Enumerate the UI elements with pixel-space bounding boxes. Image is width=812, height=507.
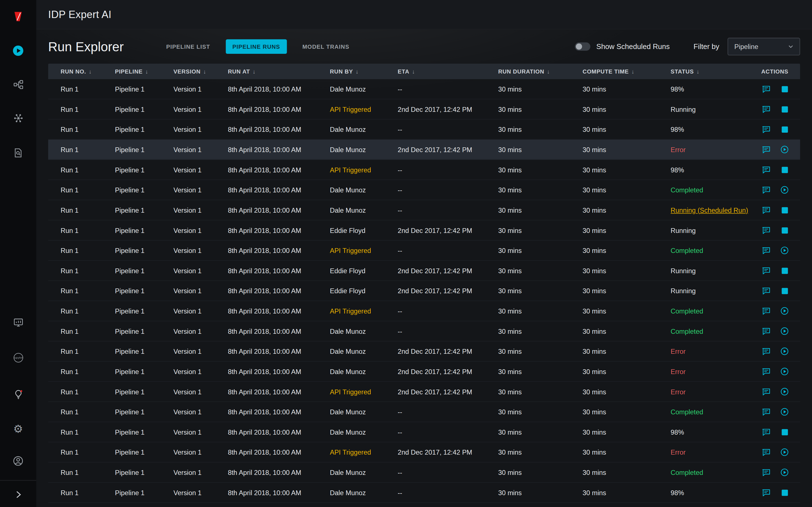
stop-icon[interactable]: [780, 125, 789, 134]
comment-icon[interactable]: [761, 286, 770, 295]
sidebar-item-settings[interactable]: ⚙: [8, 418, 29, 439]
stop-icon[interactable]: [780, 205, 789, 215]
table-row[interactable]: Run 1Pipeline 1Version 18th April 2018, …: [48, 382, 800, 402]
comment-icon[interactable]: [761, 205, 770, 215]
comment-icon[interactable]: [761, 84, 770, 94]
comment-icon[interactable]: [761, 245, 770, 255]
cell-status: Running: [671, 287, 761, 295]
comment-icon[interactable]: [761, 448, 770, 457]
column-header-run-by[interactable]: RUN BY↓: [330, 68, 398, 74]
rerun-icon[interactable]: [780, 467, 789, 477]
table-row[interactable]: Run 1Pipeline 1Version 18th April 2018, …: [48, 100, 800, 120]
table-row[interactable]: Run 1Pipeline 1Version 18th April 2018, …: [48, 341, 800, 362]
sidebar-item-screens[interactable]: [8, 312, 29, 333]
comment-icon[interactable]: [761, 266, 770, 275]
column-header-run-no-[interactable]: RUN NO.↓: [61, 68, 115, 74]
comment-icon[interactable]: [761, 226, 770, 235]
tab-pipeline-list[interactable]: PIPELINE LIST: [166, 40, 210, 54]
comment-icon[interactable]: [761, 488, 770, 497]
sidebar-item-search-document[interactable]: [8, 142, 29, 163]
table-row[interactable]: Run 1Pipeline 1Version 18th April 2018, …: [48, 362, 800, 382]
column-header-compute-time[interactable]: COMPUTE TIME↓: [582, 68, 670, 74]
comment-icon[interactable]: [761, 185, 770, 194]
rerun-icon[interactable]: [780, 306, 789, 316]
table-row[interactable]: Run 1Pipeline 1Version 18th April 2018, …: [48, 140, 800, 160]
table-row[interactable]: Run 1Pipeline 1Version 18th April 2018, …: [48, 422, 800, 443]
comment-icon[interactable]: [761, 367, 770, 376]
table-row[interactable]: Run 1Pipeline 1Version 18th April 2018, …: [48, 483, 800, 503]
comment-icon[interactable]: [761, 387, 770, 396]
stop-icon[interactable]: [780, 488, 789, 497]
comment-icon[interactable]: [761, 165, 770, 174]
table-row[interactable]: Run 1Pipeline 1Version 18th April 2018, …: [48, 402, 800, 422]
column-header-pipeline[interactable]: PIPELINE↓: [115, 68, 174, 74]
sort-arrow-icon: ↓: [89, 68, 92, 74]
table-row[interactable]: Run 1Pipeline 1Version 18th April 2018, …: [48, 321, 800, 342]
app-window: jupyter ⚙ IDP Expert AI Run Explorer PIP…: [0, 0, 812, 507]
rerun-icon[interactable]: [780, 327, 789, 336]
pipeline-filter-select[interactable]: Pipeline: [728, 38, 800, 55]
cell-run-by: Dale Munoz: [330, 468, 398, 476]
comment-icon[interactable]: [761, 125, 770, 134]
comment-icon[interactable]: [761, 347, 770, 356]
table-row[interactable]: Run 1Pipeline 1Version 18th April 2018, …: [48, 220, 800, 240]
rerun-icon[interactable]: [780, 407, 789, 416]
table-row[interactable]: Run 1Pipeline 1Version 18th April 2018, …: [48, 180, 800, 200]
sidebar-item-pipelines[interactable]: [8, 74, 29, 95]
table-row[interactable]: Run 1Pipeline 1Version 18th April 2018, …: [48, 160, 800, 180]
rerun-icon[interactable]: [780, 367, 789, 376]
sidebar-item-account[interactable]: [8, 451, 29, 471]
column-header-version[interactable]: VERSION↓: [173, 68, 228, 74]
scheduled-runs-toggle[interactable]: [574, 43, 590, 51]
rerun-icon[interactable]: [780, 245, 789, 255]
table-row[interactable]: Run 1Pipeline 1Version 18th April 2018, …: [48, 261, 800, 281]
stop-icon[interactable]: [780, 226, 789, 235]
cell-run-by: Dale Munoz: [330, 428, 398, 436]
table-row[interactable]: Run 1Pipeline 1Version 18th April 2018, …: [48, 462, 800, 483]
cell-run-by: API Triggered: [330, 388, 398, 396]
table-row[interactable]: Run 1Pipeline 1Version 18th April 2018, …: [48, 240, 800, 261]
sidebar-item-ideas[interactable]: [8, 384, 29, 404]
table-row[interactable]: Run 1Pipeline 1Version 18th April 2018, …: [48, 79, 800, 100]
sidebar-item-jupyter[interactable]: jupyter: [8, 347, 29, 368]
stop-icon[interactable]: [780, 165, 789, 174]
sidebar-item-runs[interactable]: [8, 40, 29, 61]
cell-run-no: Run 1: [61, 368, 115, 376]
comment-icon[interactable]: [761, 145, 770, 154]
column-header-status[interactable]: STATUS↓: [671, 68, 761, 74]
comment-icon[interactable]: [761, 306, 770, 316]
column-header-run-duration[interactable]: RUN DURATION↓: [498, 68, 582, 74]
cell-compute-time: 30 mins: [582, 146, 670, 154]
cell-status[interactable]: Running (Scheduled Run): [671, 206, 761, 214]
tab-pipeline-runs[interactable]: PIPELINE RUNS: [225, 40, 287, 54]
table-row[interactable]: Run 1Pipeline 1Version 18th April 2018, …: [48, 301, 800, 321]
table-row[interactable]: Run 1Pipeline 1Version 18th April 2018, …: [48, 119, 800, 140]
stop-icon[interactable]: [780, 286, 789, 295]
table-row[interactable]: Run 1Pipeline 1Version 18th April 2018, …: [48, 200, 800, 221]
rerun-icon[interactable]: [780, 347, 789, 356]
stop-icon[interactable]: [780, 427, 789, 437]
table-row[interactable]: Run 1Pipeline 1Version 18th April 2018, …: [48, 442, 800, 462]
cell-run-at: 8th April 2018, 10:00 AM: [228, 267, 330, 275]
sidebar-collapse-button[interactable]: [8, 484, 29, 505]
stop-icon[interactable]: [780, 84, 789, 94]
comment-icon[interactable]: [761, 105, 770, 114]
rerun-icon[interactable]: [780, 185, 789, 194]
column-header-run-at[interactable]: RUN AT↓: [228, 68, 330, 74]
comment-icon[interactable]: [761, 467, 770, 477]
tab-model-trains[interactable]: MODEL TRAINS: [302, 40, 349, 54]
comment-icon[interactable]: [761, 327, 770, 336]
rerun-icon[interactable]: [780, 145, 789, 154]
cell-run-no: Run 1: [61, 489, 115, 497]
comment-icon[interactable]: [761, 407, 770, 416]
column-header-eta[interactable]: ETA↓: [398, 68, 498, 74]
stop-icon[interactable]: [780, 105, 789, 114]
sidebar-item-experiments[interactable]: [8, 108, 29, 128]
table-row[interactable]: Run 1Pipeline 1Version 18th April 2018, …: [48, 281, 800, 301]
rerun-icon[interactable]: [780, 387, 789, 396]
cell-version: Version 1: [173, 347, 228, 355]
comment-icon[interactable]: [761, 427, 770, 437]
cell-actions: [761, 427, 800, 437]
rerun-icon[interactable]: [780, 448, 789, 457]
stop-icon[interactable]: [780, 266, 789, 275]
